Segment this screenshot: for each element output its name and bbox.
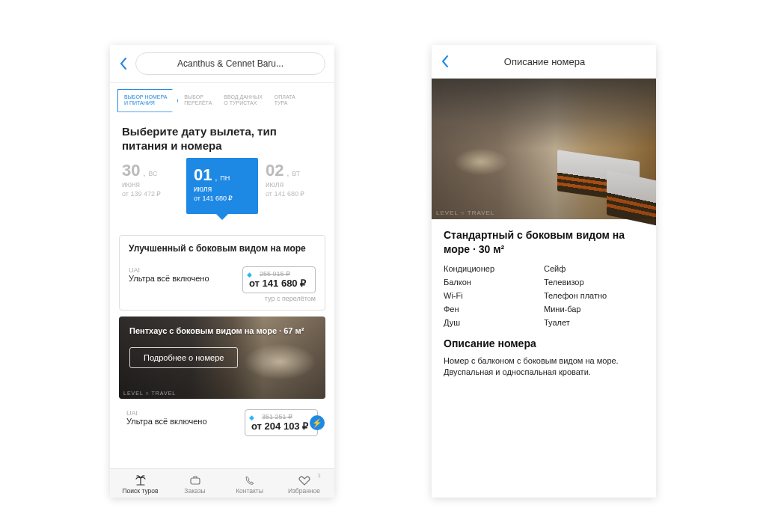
phone-icon	[222, 474, 277, 487]
tab-favorites[interactable]: 1 Избранное	[277, 474, 331, 495]
favorites-badge: 1	[318, 472, 321, 479]
page-title: Описание номера	[451, 56, 638, 67]
tab-label: Избранное	[277, 487, 331, 495]
date-day: 01	[194, 165, 212, 185]
step-room[interactable]: ВЫБОР НОМЕРА И ПИТАНИЯ	[117, 89, 178, 112]
watermark: LEVEL ○ TRAVEL	[123, 391, 176, 396]
meal-code: UAI	[129, 266, 209, 274]
tab-bar: Поиск туров Заказы Контакты 1 Избранное	[110, 468, 334, 498]
amenity: Телефон платно	[544, 291, 644, 300]
meal-desc: Ультра всё включено	[126, 417, 207, 426]
date-weekday: ВС	[148, 170, 157, 177]
amenity: Кондиционер	[444, 264, 544, 273]
room-card: Улучшенный с боковым видом на море UAI У…	[119, 235, 325, 311]
meal-code: UAI	[126, 409, 207, 417]
amenity: Телевизор	[544, 278, 644, 287]
date-month: июля	[194, 185, 251, 193]
old-price: 351 251 ₽	[262, 413, 311, 421]
amenity: Душ	[444, 318, 544, 327]
penthouse-card[interactable]: Пентхаус с боковым видом на море · 67 м²…	[119, 317, 325, 399]
section-heading: Выберите дату вылета, тип питания и номе…	[110, 118, 334, 161]
diamond-icon: ◆	[247, 271, 252, 278]
offer-meal: UAI Ультра всё включено	[129, 266, 209, 283]
date-price: от 141 680 ₽	[194, 195, 251, 202]
amenity: Сейф	[544, 264, 644, 273]
current-price: от 141 680 ₽	[249, 278, 309, 289]
price-box[interactable]: ◆ 255 915 ₽ от 141 680 ₽	[242, 266, 316, 293]
old-price: 255 915 ₽	[260, 270, 309, 278]
screen-room-details: Описание номера LEVEL ○ TRAVEL Стандартн…	[432, 45, 656, 498]
current-price: от 204 103 ₽	[251, 421, 311, 432]
hotel-title-pill[interactable]: Acanthus & Cennet Baru...	[135, 52, 325, 75]
room-details-button[interactable]: Подробнее о номере	[129, 347, 238, 368]
date-option[interactable]: 30, ВС июня от 139 472 ₽	[122, 161, 179, 198]
description-text: Номер с балконом с боковым видом на море…	[444, 355, 644, 379]
room-details: Стандартный с боковым видом на море · 30…	[432, 219, 656, 388]
date-price: от 141 680 ₽	[266, 190, 322, 198]
date-day: 30	[122, 161, 140, 180]
header: Описание номера	[432, 45, 656, 79]
bolt-icon: ⚡	[310, 415, 325, 430]
header: Acanthus & Cennet Baru...	[110, 45, 334, 83]
date-day: 02	[266, 161, 284, 180]
offer-row: UAI Ультра всё включено ◆ 351 251 ₽ от 2…	[110, 405, 334, 436]
amenity: Балкон	[444, 278, 544, 287]
room-title: Улучшенный с боковым видом на море	[120, 236, 325, 261]
date-weekday: ВТ	[292, 170, 300, 177]
room-title-text: Стандартный с боковым видом на море · 30…	[444, 229, 625, 255]
tab-label: Поиск туров	[113, 487, 168, 495]
date-weekday: ПН	[220, 174, 230, 182]
amenity: Wi-Fi	[444, 291, 544, 300]
amenity: Мини-бар	[544, 305, 644, 314]
amenity: Туалет	[544, 318, 644, 327]
watermark: LEVEL ○ TRAVEL	[436, 210, 494, 216]
briefcase-icon	[168, 474, 222, 487]
offer-row: UAI Ультра всё включено ◆ 255 915 ₽ от 1…	[120, 260, 325, 295]
date-picker: 30, ВС июня от 139 472 ₽ 01, ПН июля от …	[110, 161, 334, 221]
offer-meal: UAI Ультра всё включено	[126, 409, 207, 426]
back-icon[interactable]	[441, 54, 451, 69]
booking-steps: ВЫБОР НОМЕРА И ПИТАНИЯ ВЫБОР ПЕРЕЛЁТА ВВ…	[110, 83, 334, 118]
step-payment[interactable]: ОПЛАТА ТУРА	[269, 90, 301, 111]
room-title: Стандартный с боковым видом на море · 30…	[444, 228, 644, 257]
amenities-grid: Кондиционер Сейф Балкон Телевизор Wi-Fi …	[444, 264, 644, 327]
date-month: июля	[266, 180, 322, 189]
room-photo[interactable]: LEVEL ○ TRAVEL	[432, 79, 656, 219]
step-flight[interactable]: ВЫБОР ПЕРЕЛЁТА	[178, 90, 218, 111]
heart-icon	[277, 474, 331, 487]
meal-desc: Ультра всё включено	[129, 274, 209, 283]
price-box[interactable]: ◆ 351 251 ₽ от 204 103 ₽ ⚡	[245, 409, 318, 436]
palm-icon	[113, 474, 168, 487]
back-icon[interactable]	[119, 56, 129, 71]
date-month: июня	[122, 180, 179, 189]
date-price: от 139 472 ₽	[122, 190, 179, 198]
svg-rect-0	[191, 478, 200, 484]
date-option-selected[interactable]: 01, ПН июля от 141 680 ₽	[186, 158, 258, 214]
tab-contacts[interactable]: Контакты	[222, 474, 277, 495]
amenity: Фен	[444, 305, 544, 314]
tab-label: Контакты	[222, 487, 277, 495]
penthouse-title: Пентхаус с боковым видом на море · 67 м²	[119, 317, 325, 339]
tab-search[interactable]: Поиск туров	[113, 474, 168, 495]
date-option[interactable]: 02, ВТ июля от 141 680 ₽	[266, 161, 322, 198]
tab-label: Заказы	[168, 487, 222, 495]
step-tourists[interactable]: ВВОД ДАННЫХ О ТУРИСТАХ	[218, 90, 268, 111]
screen-booking: Acanthus & Cennet Baru... ВЫБОР НОМЕРА И…	[110, 45, 334, 498]
diamond-icon: ◆	[249, 414, 254, 421]
description-heading: Описание номера	[444, 337, 644, 349]
offer-note: тур с перелётом	[120, 295, 325, 310]
tab-orders[interactable]: Заказы	[168, 474, 222, 495]
